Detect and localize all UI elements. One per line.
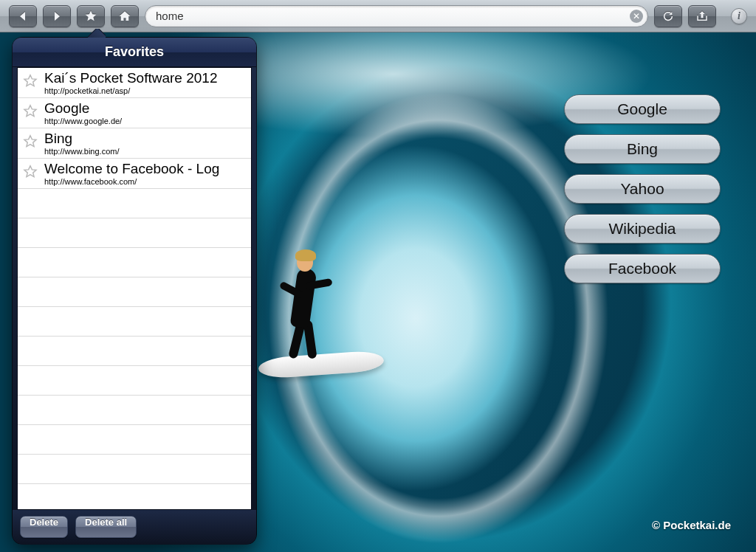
- home-icon: [118, 10, 131, 23]
- list-item: [18, 277, 251, 307]
- favorites-popover: Favorites Kai´s Pocket Software 2012 htt…: [12, 37, 257, 545]
- list-item: [18, 337, 251, 366]
- back-icon: [17, 10, 29, 22]
- list-item: [18, 425, 251, 455]
- favorite-title: Kai´s Pocket Software 2012: [44, 70, 217, 86]
- info-button[interactable]: i: [731, 8, 747, 24]
- clear-address-button[interactable]: ✕: [630, 10, 643, 23]
- quicklink-label: Wikipedia: [608, 220, 676, 238]
- share-button[interactable]: [688, 5, 716, 27]
- address-bar[interactable]: ✕: [145, 5, 648, 27]
- list-item: [18, 248, 251, 277]
- quicklink-label: Facebook: [608, 260, 676, 277]
- star-icon: [84, 10, 97, 23]
- favorite-row[interactable]: Bing http://www.bing.com/: [18, 128, 251, 159]
- favorite-row[interactable]: Kai´s Pocket Software 2012 http://pocket…: [18, 68, 251, 98]
- favorite-url: http://www.facebook.com/: [44, 177, 219, 187]
- quick-links: Google Bing Yahoo Wikipedia Facebook: [564, 94, 721, 283]
- list-item: [18, 455, 251, 484]
- favorites-list[interactable]: Kai´s Pocket Software 2012 http://pocket…: [17, 67, 252, 510]
- info-icon: i: [738, 10, 740, 22]
- popover-arrow: [88, 29, 106, 38]
- quicklink-google[interactable]: Google: [564, 94, 721, 124]
- back-button[interactable]: [9, 5, 37, 27]
- toolbar: ✕ i: [0, 0, 756, 32]
- list-item: [18, 189, 251, 218]
- list-item: [18, 366, 251, 396]
- quicklink-facebook[interactable]: Facebook: [564, 254, 721, 283]
- favorite-title: Bing: [44, 131, 120, 147]
- popover-footer: Delete Delete all: [13, 510, 256, 544]
- forward-button[interactable]: [43, 5, 71, 27]
- surfer-graphic: [266, 239, 354, 387]
- quicklink-label: Google: [617, 100, 667, 118]
- favorite-row[interactable]: Welcome to Facebook - Log http://www.fac…: [18, 159, 251, 189]
- close-icon: ✕: [633, 11, 640, 21]
- list-item: [18, 396, 251, 425]
- favorite-row[interactable]: Google http://www.google.de/: [18, 98, 251, 128]
- favorite-text: Bing http://www.bing.com/: [44, 131, 120, 156]
- favorite-url: http://pocketkai.net/asp/: [44, 86, 217, 96]
- quicklink-yahoo[interactable]: Yahoo: [564, 174, 721, 204]
- favorite-text: Kai´s Pocket Software 2012 http://pocket…: [44, 70, 217, 96]
- star-outline-icon: [22, 164, 38, 180]
- favorite-url: http://www.google.de/: [44, 117, 122, 126]
- address-input[interactable]: [156, 10, 624, 22]
- list-item: [18, 484, 251, 510]
- copyright: © Pocketkai.de: [652, 519, 731, 531]
- delete-all-button[interactable]: Delete all: [75, 516, 137, 538]
- quicklink-wikipedia[interactable]: Wikipedia: [564, 214, 721, 244]
- share-icon: [695, 10, 709, 23]
- favorites-button[interactable]: [77, 5, 105, 27]
- favorite-text: Google http://www.google.de/: [44, 100, 122, 126]
- star-outline-icon: [22, 73, 38, 89]
- popover-title: Favorites: [13, 38, 256, 67]
- quicklink-bing[interactable]: Bing: [564, 134, 721, 164]
- delete-button[interactable]: Delete: [20, 516, 68, 538]
- star-outline-icon: [22, 134, 38, 150]
- quicklink-label: Bing: [627, 140, 658, 158]
- home-button[interactable]: [111, 5, 139, 27]
- quicklink-label: Yahoo: [620, 180, 664, 198]
- forward-icon: [51, 10, 63, 22]
- star-outline-icon: [22, 103, 38, 120]
- reload-icon: [662, 10, 674, 22]
- list-item: [18, 218, 251, 248]
- favorite-url: http://www.bing.com/: [44, 147, 120, 156]
- reload-button[interactable]: [654, 5, 682, 27]
- favorite-title: Google: [44, 100, 122, 117]
- favorite-text: Welcome to Facebook - Log http://www.fac…: [44, 161, 219, 187]
- favorite-title: Welcome to Facebook - Log: [44, 161, 219, 177]
- list-item: [18, 307, 251, 337]
